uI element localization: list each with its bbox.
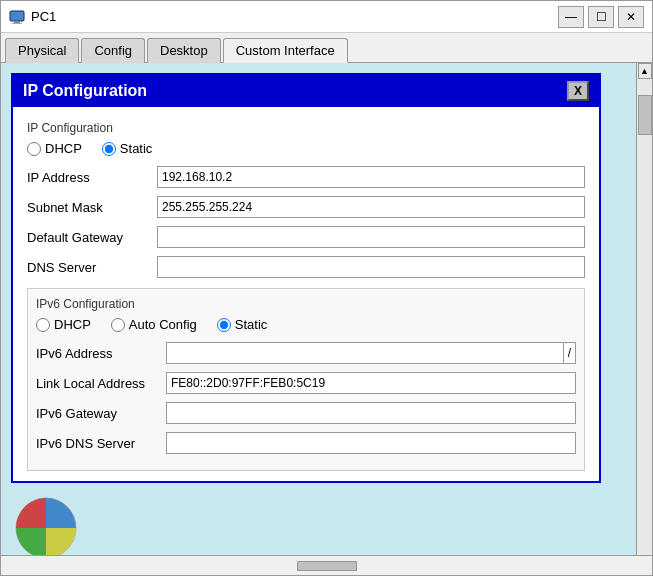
ip-config-title: IP Configuration: [23, 82, 147, 100]
bottom-scrollbar[interactable]: [1, 555, 652, 575]
ip-mode-radio-group: DHCP Static: [27, 141, 585, 156]
main-panel: IP Configuration X IP Configuration DHCP: [1, 63, 636, 555]
vertical-scrollbar[interactable]: ▲: [636, 63, 652, 555]
svg-rect-0: [10, 11, 24, 21]
link-local-row: Link Local Address: [36, 372, 576, 394]
ipv6-static-radio[interactable]: Static: [217, 317, 268, 332]
maximize-button[interactable]: ☐: [588, 6, 614, 28]
static-radio-label: Static: [120, 141, 153, 156]
ipv6-dhcp-radio-input[interactable]: [36, 318, 50, 332]
tab-config[interactable]: Config: [81, 38, 145, 63]
ipv6-gateway-row: IPv6 Gateway: [36, 402, 576, 424]
ipv6-auto-radio[interactable]: Auto Config: [111, 317, 197, 332]
ipv6-gateway-label: IPv6 Gateway: [36, 406, 166, 421]
static-radio-input[interactable]: [102, 142, 116, 156]
ipv6-address-label: IPv6 Address: [36, 346, 166, 361]
svg-rect-2: [12, 23, 22, 24]
ipv6-address-field: /: [166, 342, 576, 364]
subnet-mask-row: Subnet Mask: [27, 196, 585, 218]
ipv6-section-label: IPv6 Configuration: [36, 297, 576, 311]
ipv6-dns-input[interactable]: [166, 432, 576, 454]
svg-rect-1: [14, 21, 20, 23]
close-button[interactable]: ✕: [618, 6, 644, 28]
ip-config-close[interactable]: X: [567, 81, 589, 101]
ip-config-header: IP Configuration X: [13, 75, 599, 107]
computer-icon: [11, 493, 81, 555]
default-gateway-input[interactable]: [157, 226, 585, 248]
dns-server-label: DNS Server: [27, 260, 157, 275]
tab-custom-interface[interactable]: Custom Interface: [223, 38, 348, 63]
ipv6-section: IPv6 Configuration DHCP Au: [27, 288, 585, 471]
title-bar: PC1 — ☐ ✕: [1, 1, 652, 33]
ip-address-row: IP Address: [27, 166, 585, 188]
scroll-up-arrow[interactable]: ▲: [638, 63, 652, 79]
ip-address-input[interactable]: [157, 166, 585, 188]
window-title: PC1: [31, 9, 56, 24]
link-local-label: Link Local Address: [36, 376, 166, 391]
dns-server-row: DNS Server: [27, 256, 585, 278]
dhcp-radio[interactable]: DHCP: [27, 141, 82, 156]
ip-address-label: IP Address: [27, 170, 157, 185]
ip-config-body: IP Configuration DHCP Static: [13, 107, 599, 481]
horiz-scroll-thumb[interactable]: [297, 561, 357, 571]
ipv6-dhcp-label: DHCP: [54, 317, 91, 332]
ipv6-address-row: IPv6 Address /: [36, 342, 576, 364]
minimize-button[interactable]: —: [558, 6, 584, 28]
default-gateway-row: Default Gateway: [27, 226, 585, 248]
tab-desktop[interactable]: Desktop: [147, 38, 221, 63]
ipv6-gateway-input[interactable]: [166, 402, 576, 424]
ip-section-label: IP Configuration: [27, 121, 585, 135]
prefix-slash: /: [564, 342, 576, 364]
ipv6-dhcp-radio[interactable]: DHCP: [36, 317, 91, 332]
ipv6-mode-radio-group: DHCP Auto Config Static: [36, 317, 576, 332]
content-area: IP Configuration X IP Configuration DHCP: [1, 63, 652, 575]
scroll-thumb[interactable]: [638, 95, 652, 135]
pc-icon: [9, 9, 25, 25]
ipv6-dns-row: IPv6 DNS Server: [36, 432, 576, 454]
title-bar-left: PC1: [9, 9, 56, 25]
ipv6-auto-radio-input[interactable]: [111, 318, 125, 332]
link-local-input[interactable]: [166, 372, 576, 394]
default-gateway-label: Default Gateway: [27, 230, 157, 245]
ipv6-dns-label: IPv6 DNS Server: [36, 436, 166, 451]
title-controls: — ☐ ✕: [558, 6, 644, 28]
ipv6-static-label: Static: [235, 317, 268, 332]
subnet-mask-input[interactable]: [157, 196, 585, 218]
ipv6-static-radio-input[interactable]: [217, 318, 231, 332]
main-window: PC1 — ☐ ✕ Physical Config Desktop Custom…: [0, 0, 653, 576]
dhcp-radio-input[interactable]: [27, 142, 41, 156]
dhcp-radio-label: DHCP: [45, 141, 82, 156]
static-radio[interactable]: Static: [102, 141, 153, 156]
ip-config-panel: IP Configuration X IP Configuration DHCP: [11, 73, 601, 483]
subnet-mask-label: Subnet Mask: [27, 200, 157, 215]
ipv6-auto-label: Auto Config: [129, 317, 197, 332]
dns-server-input[interactable]: [157, 256, 585, 278]
tab-physical[interactable]: Physical: [5, 38, 79, 63]
ipv6-address-input[interactable]: [166, 342, 564, 364]
tab-bar: Physical Config Desktop Custom Interface: [1, 33, 652, 63]
